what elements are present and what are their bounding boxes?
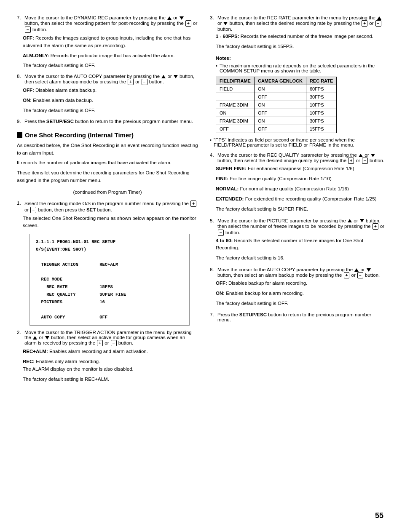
section-item-number-1: 1. xyxy=(17,201,23,213)
page-number: 55 xyxy=(375,511,383,520)
table-header-camera-genlock: CAMERA GENLOCK xyxy=(254,77,306,85)
item-number-7: 7. xyxy=(17,15,23,33)
right-item-4-sub: SUPER FINE: For enhanced sharpness (Comp… xyxy=(216,165,385,203)
right-item-3-text: Move the cursor to the REC RATE paramete… xyxy=(217,15,385,32)
table-cell: ON xyxy=(254,101,306,109)
right-item-6: 6. Move the cursor to the AUTO COPY para… xyxy=(210,267,385,307)
table-cell: 10FPS xyxy=(306,109,336,117)
table-cell: 15FPS xyxy=(306,125,336,133)
section-item-number-2: 2. xyxy=(17,330,23,346)
alm-only-label: ALM-ONLY: xyxy=(23,53,49,58)
notes-bullet-1-text: The maximum recording rate depends on th… xyxy=(220,63,385,73)
table-cell: OFF xyxy=(216,125,255,133)
item-9: 9. Press the SETUP/ESC button to return … xyxy=(17,119,198,124)
table-row: FRAME 3DIM ON 30FPS xyxy=(216,117,337,125)
item-number-9: 9. xyxy=(17,119,23,124)
right-item-5: 5. Move the cursor to the PICTURE parame… xyxy=(210,218,385,262)
left-column: 7. Move the cursor to the DYNAMIC REC pa… xyxy=(17,15,198,517)
item-8-factory: The factory default setting is OFF. xyxy=(23,107,192,115)
notes-bullet-1: • The maximum recording rate depends on … xyxy=(216,63,385,73)
off-label: OFF: xyxy=(23,35,34,40)
section-item-2-sub: REC+ALM: Enables alarm recording and ala… xyxy=(23,348,198,373)
section-intro: As described before, the One Shot Record… xyxy=(17,142,198,184)
table-header-field-frame: FIELD/FRAME xyxy=(216,77,255,85)
section-item-1-text: Select the recording mode O/S in the pro… xyxy=(24,201,198,213)
section-heading: One Shot Recording (Internal Timer) xyxy=(17,131,198,139)
table-cell: 10FPS xyxy=(306,101,336,109)
table-row: OFF 30FPS xyxy=(216,93,337,101)
right-item-7-text: Press the SETUP/ESC button to return to … xyxy=(217,312,385,322)
table-cell: ON xyxy=(254,85,306,93)
right-item-3-factory: The factory default setting is 15FPS. xyxy=(216,43,379,51)
table-cell: FRAME 3DIM xyxy=(216,101,255,109)
right-item-number-6: 6. xyxy=(210,267,216,278)
right-item-5-factory: The factory default setting is 16. xyxy=(216,254,379,262)
table-cell: 60FPS xyxy=(306,85,336,93)
right-item-number-5: 5. xyxy=(210,218,216,236)
code-box: 3-1-1-1 PROG1-NO1-G1 REC SETUP O/S(EVENT… xyxy=(29,234,190,326)
table-cell: OFF xyxy=(254,93,306,101)
off-label-2: OFF: xyxy=(23,88,34,93)
table-cell: ON xyxy=(216,109,255,117)
right-item-5-sub: 4 to 60: Records the selected number of … xyxy=(216,237,385,252)
item-7: 7. Move the cursor to the DYNAMIC REC pa… xyxy=(17,15,198,70)
fps-note-block: • "FPS" indicates as field per second or… xyxy=(210,137,385,147)
right-item-number-3: 3. xyxy=(210,15,216,32)
item-7-factory: The factory default setting is OFF. xyxy=(23,62,192,70)
right-item-number-4: 4. xyxy=(210,152,216,164)
fps-note-text: "FPS" indicates as field per second or f… xyxy=(214,137,385,147)
table-header-rec-rate: REC RATE xyxy=(306,77,336,85)
table-cell: 30FPS xyxy=(306,117,336,125)
section-item-2-factory: The factory default setting is REC+ALM. xyxy=(23,376,192,383)
continued-note: (continued from Program Timer) xyxy=(17,189,198,196)
right-item-6-sub: OFF: Disables backup for alarm recording… xyxy=(216,280,385,297)
notes-block: Notes: • The maximum recording rate depe… xyxy=(216,55,385,74)
section-bullet xyxy=(17,132,22,138)
table-cell: ON xyxy=(254,117,306,125)
item-8-sub: OFF: Disables alarm data backup. ON: Ena… xyxy=(23,87,198,104)
right-item-number-7: 7. xyxy=(210,312,216,322)
section-item-1-note: The selected One Shot Recording menu as … xyxy=(23,215,198,230)
fps-note-bullet: • "FPS" indicates as field per second or… xyxy=(210,137,385,147)
right-item-3: 3. Move the cursor to the REC RATE param… xyxy=(210,15,385,147)
rec-rate-table: FIELD/FRAME CAMERA GENLOCK REC RATE FIEL… xyxy=(216,77,337,133)
right-item-4: 4. Move the cursor to the REC QUALITY pa… xyxy=(210,152,385,213)
bullet-dot: • xyxy=(216,63,217,73)
fps-bullet-dot: • xyxy=(210,137,212,147)
right-column: 3. Move the cursor to the REC RATE param… xyxy=(210,15,385,517)
item-9-text: Press the SETUP/ESC button to return to … xyxy=(24,119,193,124)
item-8: 8. Move the cursor to the AUTO COPY para… xyxy=(17,74,198,114)
table-cell: FRAME 3DIM xyxy=(216,117,255,125)
table-row: ON OFF 10FPS xyxy=(216,109,337,117)
item-7-sub: OFF: Records the images assigned to grou… xyxy=(23,35,198,59)
table-cell: 30FPS xyxy=(306,93,336,101)
right-item-6-factory: The factory default setting is OFF. xyxy=(216,300,379,307)
table-row: OFF OFF 15FPS xyxy=(216,125,337,133)
page: 7. Move the cursor to the DYNAMIC REC pa… xyxy=(0,0,402,532)
item-number-8: 8. xyxy=(17,74,23,85)
section-title: One Shot Recording (Internal Timer) xyxy=(25,131,134,139)
on-label: ON: xyxy=(23,98,32,103)
table-row: FRAME 3DIM ON 10FPS xyxy=(216,101,337,109)
right-item-4-factory: The factory default setting is SUPER FIN… xyxy=(216,206,379,213)
table-cell: OFF xyxy=(254,109,306,117)
table-cell xyxy=(216,93,255,101)
right-item-4-text: Move the cursor to the REC QUALITY param… xyxy=(217,152,385,164)
item-8-text: Move the cursor to the AUTO COPY paramet… xyxy=(24,74,198,85)
section-item-2-text: Move the cursor to the TRIGGER ACTION pa… xyxy=(24,330,198,346)
table-cell: FIELD xyxy=(216,85,255,93)
section-item-1: 1. Select the recording mode O/S in the … xyxy=(17,201,198,326)
right-item-6-text: Move the cursor to the AUTO COPY paramet… xyxy=(217,267,385,278)
right-item-3-sub: 1 - 60FPS: Records the selected number o… xyxy=(216,33,385,40)
right-item-5-text: Move the cursor to the PICTURE parameter… xyxy=(217,218,385,236)
notes-header: Notes: xyxy=(216,55,385,62)
item-7-text: Move the cursor to the DYNAMIC REC param… xyxy=(24,15,198,33)
table-cell: OFF xyxy=(254,125,306,133)
right-item-7: 7. Press the SETUP/ESC button to return … xyxy=(210,312,385,322)
section-item-2: 2. Move the cursor to the TRIGGER ACTION… xyxy=(17,330,198,383)
rec-table-wrapper: FIELD/FRAME CAMERA GENLOCK REC RATE FIEL… xyxy=(216,77,385,133)
table-row: FIELD ON 60FPS xyxy=(216,85,337,93)
